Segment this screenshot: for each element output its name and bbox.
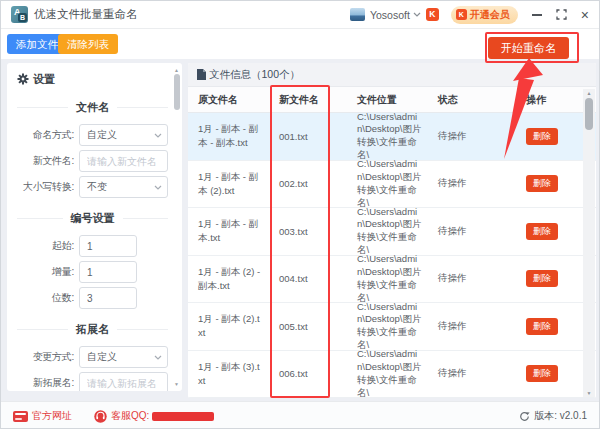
close-button[interactable]: × <box>581 8 589 22</box>
table-row[interactable]: 1月 - 副本 - 副本 (2).txt 002.txt C:\Users\ad… <box>188 161 596 209</box>
delete-button[interactable]: 删除 <box>526 175 558 192</box>
start-rename-button[interactable]: 开始重命名 <box>488 37 569 59</box>
toolbar: 添加文件 清除列表 开始重命名 <box>1 30 599 59</box>
titlebar-right: Yososoft K K 开通会员 × <box>350 6 589 24</box>
location-cell: C:\Users\admin\Desktop\图片转换\文件重命名\ <box>331 111 426 162</box>
chevron-down-icon <box>154 355 162 360</box>
version-text: 版本: v2.0.1 <box>534 409 587 423</box>
col-new-name: 新文件名 <box>268 93 331 107</box>
sidebar-scroll-thumb[interactable] <box>174 74 180 110</box>
start-number-input[interactable] <box>80 237 136 257</box>
username[interactable]: Yososoft <box>370 9 410 21</box>
table-row[interactable]: 1月 - 副本 - 副本.txt 003.txt C:\Users\admin\… <box>188 208 596 256</box>
original-name-cell: 1月 - 副本 - 副本.txt <box>188 217 268 245</box>
new-filename-row: 新文件名: <box>17 150 168 172</box>
sidebar-scrollbar[interactable]: ▲ ▼ <box>173 67 180 387</box>
new-filename-input[interactable] <box>80 152 167 172</box>
table-scroll-thumb[interactable] <box>585 98 593 130</box>
naming-method-label: 命名方式: <box>17 128 79 142</box>
table-row[interactable]: 1月 - 副本 (2).txt 005.txt C:\Users\admin\D… <box>188 303 596 351</box>
new-extension-input[interactable] <box>80 374 167 392</box>
status-cell: 待操作 <box>426 272 499 285</box>
minimize-button[interactable] <box>532 14 542 16</box>
delete-button[interactable]: 删除 <box>526 270 558 287</box>
change-method-label: 变更方式: <box>17 350 79 364</box>
naming-method-row: 命名方式: 自定义 <box>17 124 168 146</box>
website-icon <box>13 411 28 422</box>
section-numbering: 编号设置 <box>17 211 168 226</box>
file-icon <box>197 69 206 80</box>
file-info-title: 文件信息（100个） <box>209 68 300 82</box>
settings-sidebar: 设置 文件名 命名方式: 自定义 新文件名: 大小写转换: 不变 <box>7 63 182 391</box>
change-method-select[interactable]: 自定义 <box>79 346 168 368</box>
status-cell: 待操作 <box>426 130 499 143</box>
titlebar: A B 优速文件批量重命名 Yososoft K K 开通会员 × <box>1 1 599 29</box>
app-logo-letter-b: B <box>18 13 27 22</box>
location-cell: C:\Users\admin\Desktop\图片转换\文件重命名\ <box>331 348 426 398</box>
maximize-button[interactable] <box>556 9 567 20</box>
digits-row: 位数: <box>17 287 168 309</box>
scroll-down-icon[interactable]: ▼ <box>583 390 595 396</box>
case-convert-label: 大小写转换: <box>17 180 79 194</box>
table-row[interactable]: 1月 - 副本 (2) - 副本.txt 004.txt C:\Users\ad… <box>188 256 596 304</box>
digits-label: 位数: <box>17 291 79 305</box>
delete-button[interactable]: 删除 <box>526 365 558 382</box>
table-row[interactable]: 1月 - 副本 (3).txt 006.txt C:\Users\admin\D… <box>188 351 596 399</box>
increment-input[interactable] <box>80 263 136 283</box>
chevron-down-icon[interactable] <box>413 12 421 17</box>
naming-method-select[interactable]: 自定义 <box>79 124 168 146</box>
qq-number-redaction <box>152 412 214 421</box>
official-site-link[interactable]: 官方网址 <box>32 409 72 423</box>
scroll-down-icon[interactable]: ▼ <box>173 381 180 387</box>
scroll-up-icon[interactable]: ▲ <box>173 67 180 73</box>
vip-mini-badge-icon: K <box>456 9 467 20</box>
col-operation: 操作 <box>499 93 581 107</box>
col-status: 状态 <box>426 93 499 107</box>
file-info-header: 文件信息（100个） <box>188 63 596 87</box>
col-location: 文件位置 <box>331 93 426 107</box>
case-convert-select[interactable]: 不变 <box>79 176 168 198</box>
settings-header: 设置 <box>17 71 168 87</box>
col-original-name: 原文件名 <box>188 93 268 107</box>
delete-button[interactable]: 删除 <box>526 318 558 335</box>
refresh-icon[interactable] <box>519 411 530 422</box>
new-name-cell: 004.txt <box>268 273 331 284</box>
new-name-cell: 002.txt <box>268 178 331 189</box>
case-convert-value: 不变 <box>87 181 107 192</box>
digits-input[interactable] <box>80 289 136 309</box>
original-name-cell: 1月 - 副本 (2) - 副本.txt <box>188 265 268 293</box>
status-cell: 待操作 <box>426 225 499 238</box>
file-info-panel: 文件信息（100个） 原文件名 新文件名 文件位置 状态 操作 1月 - 副本 … <box>188 63 596 398</box>
open-membership-button[interactable]: K 开通会员 <box>451 6 518 24</box>
minimize-icon <box>532 14 542 16</box>
start-number-row: 起始: <box>17 235 168 257</box>
table-row[interactable]: 1月 - 副本 - 副本 - 副本.txt 001.txt C:\Users\a… <box>188 113 596 161</box>
new-name-cell: 006.txt <box>268 368 331 379</box>
status-cell: 待操作 <box>426 177 499 190</box>
case-convert-row: 大小写转换: 不变 <box>17 176 168 198</box>
headset-icon <box>94 410 107 423</box>
new-extension-label: 新拓展名: <box>17 376 79 390</box>
delete-button[interactable]: 删除 <box>526 223 558 240</box>
qq-label: 客服QQ: <box>111 409 149 423</box>
increment-row: 增量: <box>17 261 168 283</box>
app-title: 优速文件批量重命名 <box>34 7 138 22</box>
original-name-cell: 1月 - 副本 - 副本 - 副本.txt <box>188 122 268 150</box>
clear-list-button[interactable]: 清除列表 <box>58 34 118 54</box>
maximize-icon <box>556 9 567 20</box>
new-extension-row: 新拓展名: <box>17 372 168 391</box>
original-name-cell: 1月 - 副本 (2).txt <box>188 312 268 340</box>
new-name-cell: 001.txt <box>268 131 331 142</box>
location-cell: C:\Users\admin\Desktop\图片转换\文件重命名\ <box>331 158 426 209</box>
user-avatar[interactable] <box>350 8 365 21</box>
delete-button[interactable]: 删除 <box>526 128 558 145</box>
new-name-cell: 003.txt <box>268 226 331 237</box>
scroll-up-icon[interactable]: ▲ <box>583 90 595 96</box>
status-cell: 待操作 <box>426 367 499 380</box>
membership-label: 开通会员 <box>470 8 510 22</box>
section-filename: 文件名 <box>17 100 168 115</box>
location-cell: C:\Users\admin\Desktop\图片转换\文件重命名\ <box>331 206 426 257</box>
table-scrollbar[interactable]: ▲ ▼ <box>583 89 595 397</box>
chevron-down-icon <box>154 133 162 138</box>
app-logo-icon: A B <box>11 6 28 23</box>
